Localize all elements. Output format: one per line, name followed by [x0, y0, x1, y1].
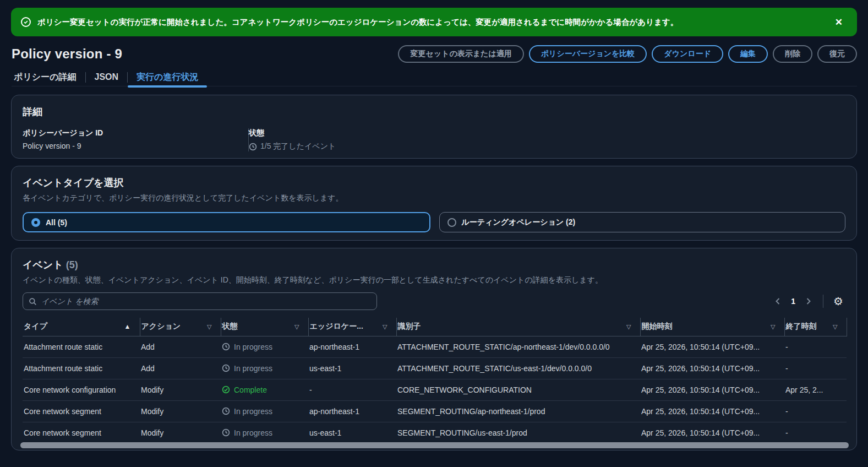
events-search-box[interactable]: [23, 292, 377, 310]
cell-end-time: -: [784, 357, 847, 379]
download-button[interactable]: ダウンロード: [652, 45, 723, 63]
in-progress-icon: [222, 407, 230, 415]
cell-action: Modify: [140, 400, 221, 422]
search-icon: [29, 297, 37, 306]
column-header-edge-location[interactable]: エッジロケー...▽: [308, 318, 396, 336]
event-type-tile-routing[interactable]: ルーティングオペレーション (2): [439, 212, 846, 232]
page-header: Policy version - 9 変更セットの表示または適用 ポリシーバージ…: [12, 45, 857, 63]
events-panel: イベント (5) イベントの種類、状態、イベントアクション、イベント ID、開始…: [11, 248, 857, 450]
page-root: ポリシー変更セットの実行が正常に開始されました。コアネットワークポリシーのエッジ…: [0, 0, 868, 467]
policy-version-id-field: ポリシーバージョン ID Policy version - 9: [23, 128, 248, 151]
event-type-all-label: All (5): [46, 218, 67, 227]
cell-identifier: ATTACHMENT_ROUTE_STATIC/ap-northeast-1/d…: [396, 336, 640, 357]
cell-type: Core network configuration: [23, 379, 140, 400]
cell-end-time: -: [784, 336, 847, 357]
restore-button[interactable]: 復元: [817, 45, 857, 63]
details-fields: ポリシーバージョン ID Policy version - 9 状態 1/5 完…: [23, 128, 845, 151]
event-type-tiles: All (5) ルーティングオペレーション (2): [23, 212, 845, 232]
table-row: Attachment route static Add In progress …: [23, 357, 847, 379]
cell-start-time: Apr 25, 2026, 10:50:14 (UTC+09...: [640, 400, 784, 422]
chevron-left-icon: [774, 297, 781, 305]
cell-edge-location: -: [308, 379, 396, 400]
horizontal-scrollbar-handle[interactable]: [20, 442, 849, 448]
events-search-input[interactable]: [41, 297, 371, 306]
cell-edge-location: ap-northeast-1: [308, 400, 396, 422]
column-header-end-time[interactable]: 終了時刻▽: [784, 318, 847, 336]
cell-start-time: Apr 25, 2026, 10:50:14 (UTC+09...: [640, 422, 784, 443]
sort-icon: ▽: [833, 323, 840, 330]
pagination-next-button[interactable]: [802, 295, 815, 307]
cell-status: Complete: [221, 379, 308, 400]
cell-type: Attachment route static: [23, 357, 140, 379]
success-flashbar: ポリシー変更セットの実行が正常に開始されました。コアネットワークポリシーのエッジ…: [11, 8, 857, 36]
cell-action: Add: [140, 336, 221, 357]
chevron-right-icon: [805, 297, 812, 305]
table-header-row: タイプ▲ アクション▽ 状態▽ エッジロケー...▽ 識別子▽ 開始時刻▽ 終了…: [23, 318, 847, 336]
event-type-description: 各イベントカテゴリで、ポリシー実行の進行状況として完了したイベント数を表示します…: [23, 193, 845, 203]
cell-action: Modify: [140, 379, 221, 400]
page-title: Policy version - 9: [12, 46, 122, 62]
pagination-prev-button[interactable]: [771, 295, 784, 307]
cell-end-time: -: [784, 400, 847, 422]
compare-policy-versions-button[interactable]: ポリシーバージョンを比較: [529, 45, 647, 63]
cell-start-time: Apr 25, 2026, 10:50:14 (UTC+09...: [640, 336, 784, 357]
radio-selected-icon: [31, 218, 40, 227]
sort-icon: ▽: [294, 323, 302, 330]
flashbar-close-button[interactable]: ✕: [831, 15, 847, 29]
delete-button[interactable]: 削除: [773, 45, 812, 63]
sort-ascending-icon: ▲: [124, 323, 134, 330]
details-panel: 詳細 ポリシーバージョン ID Policy version - 9 状態 1/…: [11, 95, 857, 159]
table-settings-button[interactable]: ⚙: [831, 295, 845, 308]
cell-status: In progress: [221, 422, 308, 443]
event-type-panel: イベントタイプを選択 各イベントカテゴリで、ポリシー実行の進行状況として完了した…: [11, 166, 857, 241]
cell-status: In progress: [221, 357, 308, 379]
cell-end-time: -: [784, 422, 847, 443]
header-actions: 変更セットの表示または適用 ポリシーバージョンを比較 ダウンロード 編集 削除 …: [398, 45, 857, 63]
cell-identifier: SEGMENT_ROUTING/us-east-1/prod: [396, 422, 640, 443]
cell-action: Modify: [140, 422, 221, 443]
sort-icon: ▽: [207, 323, 215, 330]
tab-policy-details[interactable]: ポリシーの詳細: [12, 68, 85, 86]
column-header-action[interactable]: アクション▽: [140, 318, 221, 336]
details-heading: 詳細: [23, 105, 845, 118]
events-table: タイプ▲ アクション▽ 状態▽ エッジロケー...▽ 識別子▽ 開始時刻▽ 終了…: [23, 318, 847, 444]
status-label: 状態: [249, 128, 474, 138]
policy-version-id-label: ポリシーバージョン ID: [23, 128, 248, 138]
edit-button[interactable]: 編集: [728, 45, 768, 63]
cell-action: Add: [140, 357, 221, 379]
view-apply-changeset-button[interactable]: 変更セットの表示または適用: [398, 45, 523, 63]
column-header-type[interactable]: タイプ▲: [23, 318, 140, 336]
cell-end-time: Apr 25, 2...: [784, 379, 847, 400]
events-pagination: 1 ⚙: [771, 295, 845, 308]
table-row: Core network segment Modify In progress …: [23, 422, 847, 443]
event-type-tile-all[interactable]: All (5): [23, 212, 430, 232]
cell-identifier: SEGMENT_ROUTING/ap-northeast-1/prod: [396, 400, 640, 422]
column-header-status[interactable]: 状態▽: [221, 318, 308, 336]
status-value: 1/5 完了したイベント: [249, 142, 474, 151]
sort-icon: ▽: [383, 323, 390, 330]
events-description: イベントの種類、状態、イベントアクション、イベント ID、開始時刻、終了時刻など…: [23, 275, 845, 285]
toolbar-separator: [823, 295, 823, 308]
cell-type: Core network segment: [23, 422, 140, 443]
cell-start-time: Apr 25, 2026, 10:50:14 (UTC+09...: [640, 357, 784, 379]
flashbar-message: ポリシー変更セットの実行が正常に開始されました。コアネットワークポリシーのエッジ…: [37, 17, 824, 28]
event-type-routing-label: ルーティングオペレーション (2): [462, 218, 576, 227]
radio-unselected-icon: [447, 218, 456, 227]
tab-execution-progress[interactable]: 実行の進行状況: [128, 68, 207, 86]
table-row: Core network configuration Modify Comple…: [23, 379, 847, 400]
cell-edge-location: us-east-1: [308, 422, 396, 443]
success-check-icon: [21, 17, 31, 27]
in-progress-icon: [222, 343, 230, 351]
cell-status: In progress: [221, 336, 308, 357]
column-header-start-time[interactable]: 開始時刻▽: [640, 318, 784, 336]
table-row: Core network segment Modify In progress …: [23, 400, 847, 422]
policy-version-id-value: Policy version - 9: [23, 142, 248, 150]
event-type-heading: イベントタイプを選択: [23, 176, 845, 189]
gear-icon: ⚙: [833, 295, 843, 307]
column-header-identifier[interactable]: 識別子▽: [396, 318, 640, 336]
cell-edge-location: ap-northeast-1: [308, 336, 396, 357]
pagination-current-page[interactable]: 1: [787, 297, 800, 306]
tab-json[interactable]: JSON: [86, 68, 128, 86]
events-heading: イベント (5): [23, 258, 845, 271]
cell-start-time: Apr 25, 2026, 10:50:14 (UTC+09...: [640, 379, 784, 400]
